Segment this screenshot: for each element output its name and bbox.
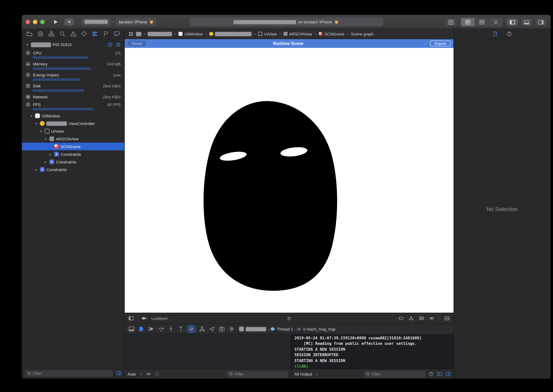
thread-jump-item[interactable]: Thread 1 (277, 327, 293, 331)
disclosure-triangle[interactable]: ▸ (34, 168, 38, 171)
issues-icon[interactable] (70, 31, 76, 37)
search-icon[interactable] (59, 31, 65, 37)
process-row[interactable]: ▾ PID 31810 (22, 40, 124, 49)
file-inspector-icon[interactable] (492, 31, 498, 36)
tree-item-constraints[interactable]: ▸Constraints (22, 150, 124, 158)
editor-version-icon[interactable] (489, 18, 503, 26)
panel-left-icon[interactable] (507, 18, 518, 26)
process-jump-item[interactable] (239, 327, 266, 331)
scene-panel-toggle-icon[interactable] (128, 315, 134, 321)
quicklook-icon[interactable] (146, 371, 151, 377)
step-over-icon[interactable] (158, 326, 164, 332)
navigator-filter-field[interactable]: Filter (25, 370, 113, 377)
simulate-location-icon[interactable] (209, 326, 215, 332)
frame-jump-item[interactable]: 0 mach_msg_trap (303, 327, 335, 331)
gauge-energy-impact[interactable]: Energy ImpactLow (22, 71, 124, 82)
jumpbar-item[interactable] (209, 32, 252, 36)
memory-graph-icon[interactable] (199, 326, 205, 332)
debug-icon[interactable] (92, 31, 98, 37)
scope-selector[interactable]: Auto (128, 372, 136, 376)
gauge-memory[interactable]: Memory143 MB (22, 60, 124, 71)
console-filter-field[interactable]: Filter (364, 371, 425, 377)
disclosure-triangle[interactable]: ▸ (44, 160, 48, 164)
filter-scope-icon[interactable] (116, 371, 121, 376)
tree-item-constraints[interactable]: ▸Constraints (22, 166, 124, 173)
tree-item-uiwindow[interactable]: ▾UIWindow (22, 112, 124, 119)
activity-button[interactable] (445, 18, 457, 26)
zoom-button[interactable] (40, 20, 45, 24)
close-button[interactable] (26, 20, 30, 24)
scene-canvas[interactable] (125, 48, 454, 313)
quick-help-icon[interactable] (507, 31, 512, 36)
info-icon[interactable] (154, 371, 159, 377)
play-scene-button[interactable] (286, 315, 292, 321)
gauge-fps[interactable]: FPS60 FPS (22, 101, 124, 112)
tree-item-uiview[interactable]: ▾UIView (22, 127, 124, 135)
disclosure-triangle[interactable]: ▾ (34, 122, 38, 125)
editor-standard-icon[interactable] (461, 18, 475, 26)
step-out-icon[interactable] (178, 326, 184, 332)
letterbox-icon[interactable] (419, 315, 424, 321)
tree-item-viewcontroller[interactable]: ▾ViewController (22, 119, 124, 127)
jumpbar-item-uiview[interactable]: UIView (258, 32, 277, 36)
run-destination-chip[interactable]: tarotaro' iPhone (116, 18, 157, 26)
variables-filter-field[interactable]: Filter (227, 371, 288, 377)
scheme-chip[interactable] (81, 18, 111, 26)
export-button[interactable]: Export (430, 41, 451, 46)
environment-overrides-icon[interactable] (229, 326, 235, 332)
stop-button[interactable] (64, 18, 74, 25)
related-items-icon[interactable] (128, 31, 133, 36)
gauge-label: Energy Impact (33, 73, 59, 77)
project-icon[interactable] (26, 31, 33, 37)
gauge-cpu[interactable]: CPU1% (22, 49, 124, 60)
scene-graph-icon[interactable] (408, 315, 414, 321)
inspector-tab-strip (454, 29, 550, 39)
debug-area-toggle-icon[interactable] (128, 326, 135, 332)
console-output[interactable]: 2019-05-24 01:07:39.159138+0900 cosmeAR2… (291, 334, 454, 369)
memory-chip-icon[interactable] (116, 42, 121, 47)
minimize-button[interactable] (33, 20, 37, 24)
run-button[interactable] (53, 19, 58, 25)
disclosure-triangle[interactable]: ▸ (49, 152, 52, 156)
pause-icon[interactable] (107, 42, 113, 47)
view-hierarchy-icon[interactable] (188, 325, 195, 332)
gauge-disk[interactable]: DiskZero KB/s (22, 82, 124, 93)
tree-item-constraints[interactable]: ▸Constraints (22, 158, 124, 166)
continue-icon[interactable] (148, 326, 154, 332)
jumpbar-item-scene-graph[interactable]: Scene graph (351, 32, 374, 36)
breakpoint-fill-icon[interactable] (138, 326, 145, 332)
tests-icon[interactable] (81, 31, 87, 37)
reports-icon[interactable] (114, 31, 120, 37)
screenshot-icon[interactable] (219, 326, 225, 332)
reset-button[interactable]: Reset (128, 41, 146, 46)
variables-view[interactable] (125, 334, 291, 369)
breakpoints-icon[interactable] (103, 31, 109, 37)
editor-assistant-icon[interactable] (475, 18, 489, 26)
jumpbar-item[interactable] (148, 32, 172, 36)
symbols-icon[interactable] (48, 31, 55, 37)
panel-right-icon[interactable] (535, 18, 547, 26)
view-icon (45, 129, 49, 133)
disclosure-triangle[interactable]: ▾ (30, 114, 33, 118)
panel-bottom-icon[interactable] (521, 18, 532, 26)
tree-item-arscnview[interactable]: ▾ARSCNView (22, 135, 124, 143)
disclosure-triangle[interactable]: ▾ (39, 129, 43, 133)
source-control-icon[interactable] (37, 31, 43, 37)
jumpbar-item-uiwindow[interactable]: UIWindow (178, 32, 203, 36)
eye-icon[interactable] (429, 315, 434, 321)
disclosure-triangle[interactable]: ▾ (26, 43, 29, 46)
jumpbar-item[interactable] (136, 32, 141, 36)
orbit-icon[interactable] (398, 315, 404, 321)
tree-item-scnscene[interactable]: SCNScene (22, 143, 124, 150)
snapshot-icon[interactable] (444, 315, 450, 321)
show-console-toggle[interactable] (446, 371, 451, 377)
disclosure-triangle[interactable]: ▾ (44, 137, 48, 140)
output-scope-selector[interactable]: All Output (294, 372, 312, 376)
show-variables-toggle[interactable] (437, 371, 442, 377)
jumpbar-item-arscnview[interactable]: ARSCNView (283, 32, 312, 36)
jumpbar-item-scnscene[interactable]: SCNScene (319, 32, 344, 36)
gauge-network[interactable]: NetworkZero KB/s (22, 93, 124, 101)
clear-console-button[interactable] (429, 371, 434, 377)
camera-icon[interactable] (141, 315, 147, 321)
step-into-icon[interactable] (168, 326, 174, 332)
